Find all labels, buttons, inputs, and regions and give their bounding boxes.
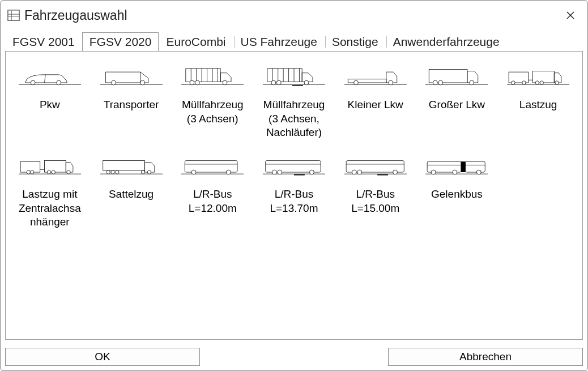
vehicle-icon-truck-center-axle — [16, 149, 84, 183]
svg-point-35 — [304, 80, 309, 85]
vehicle-icon-van — [97, 59, 165, 93]
svg-point-88 — [393, 170, 397, 174]
vehicle-icon-garbage-truck — [178, 59, 246, 93]
ok-button[interactable]: OK — [5, 348, 200, 366]
spacer — [204, 348, 384, 366]
svg-point-13 — [140, 80, 144, 85]
tab-bar: FGSV 2001 FGSV 2020 EuroCombi US Fahrzeu… — [1, 32, 587, 51]
svg-point-75 — [227, 170, 231, 174]
vehicle-icon-small-truck — [342, 59, 410, 93]
vehicle-label: Transporter — [97, 98, 165, 112]
svg-point-40 — [388, 80, 393, 85]
vehicle-label: Müllfahrzeug (3 Achsen) — [178, 98, 246, 126]
svg-point-66 — [106, 170, 110, 174]
svg-point-9 — [57, 80, 61, 85]
svg-point-96 — [453, 170, 457, 174]
vehicle-label: Müllfahrzeug (3 Achsen, Nachläufer) — [260, 98, 328, 140]
svg-point-23 — [195, 80, 200, 85]
vehicle-item-garbage-trailer[interactable]: Müllfahrzeug (3 Achsen, Nachläufer) — [255, 57, 333, 142]
vehicle-item-transporter[interactable]: Transporter — [93, 57, 170, 142]
vehicle-item-pkw[interactable]: Pkw — [11, 57, 88, 142]
vehicle-item-small-truck[interactable]: Kleiner Lkw — [337, 57, 414, 142]
vehicle-icon-bus — [342, 149, 410, 183]
svg-point-68 — [115, 170, 118, 174]
svg-rect-47 — [509, 72, 529, 83]
vehicle-icon-articulated-bus — [423, 149, 491, 183]
svg-point-81 — [309, 170, 314, 174]
vehicle-item-bus-12m[interactable]: L/R-Bus L=12.00m — [174, 147, 251, 232]
svg-point-86 — [352, 170, 356, 174]
vehicle-label: Pkw — [16, 98, 84, 112]
tab-fgsv-2020[interactable]: FGSV 2020 — [82, 32, 159, 51]
tab-fgsv-2001[interactable]: FGSV 2001 — [5, 32, 82, 51]
svg-point-22 — [190, 80, 194, 85]
title-bar: Fahrzeugauswahl — [1, 1, 587, 30]
svg-rect-51 — [533, 71, 555, 83]
vehicle-icon-bus — [260, 149, 328, 183]
vehicle-icon-garbage-truck-trailer — [260, 59, 328, 93]
vehicle-icon-bus — [178, 149, 246, 183]
svg-point-12 — [111, 80, 116, 85]
vehicle-list: Pkw Transporter — [5, 51, 583, 340]
vehicle-label: Gelenkbus — [423, 187, 491, 202]
vehicle-grid: Pkw Transporter — [11, 57, 577, 232]
vehicle-item-gelenkbus[interactable]: Gelenkbus — [419, 147, 496, 232]
svg-point-67 — [110, 170, 114, 174]
svg-rect-56 — [20, 161, 40, 172]
svg-point-43 — [433, 80, 438, 85]
app-icon — [7, 9, 20, 22]
close-button[interactable] — [560, 5, 581, 25]
vehicle-item-sattelzug[interactable]: Sattelzug — [93, 147, 170, 232]
svg-point-39 — [353, 80, 358, 85]
vehicle-item-bus-13-7m[interactable]: L/R-Bus L=13.70m — [255, 147, 333, 232]
svg-point-53 — [540, 81, 543, 84]
vehicle-icon-large-truck — [423, 59, 491, 93]
svg-rect-93 — [466, 161, 485, 172]
svg-point-61 — [47, 170, 50, 174]
vehicle-label: Großer Lkw — [423, 98, 491, 112]
vehicle-item-lastzug-zentral[interactable]: Lastzug mit Zentralachsanhänger — [11, 147, 88, 232]
cancel-button[interactable]: Abbrechen — [388, 348, 583, 366]
vehicle-label: L/R-Bus L=13.70m — [260, 187, 328, 215]
tab-anwenderfahrzeuge[interactable]: Anwenderfahrzeuge — [386, 32, 507, 51]
svg-point-57 — [27, 170, 30, 174]
vehicle-item-garbage-3axle[interactable]: Müllfahrzeug (3 Achsen) — [174, 57, 251, 142]
svg-point-45 — [470, 80, 474, 85]
svg-point-62 — [52, 170, 55, 174]
vehicle-item-large-truck[interactable]: Großer Lkw — [419, 57, 496, 142]
svg-point-79 — [272, 170, 276, 174]
tab-eurocombi[interactable]: EuroCombi — [159, 32, 233, 51]
vehicle-icon-truck-trailer — [504, 59, 572, 93]
svg-point-54 — [555, 81, 559, 84]
vehicle-label: L/R-Bus L=15.00m — [342, 187, 410, 215]
vehicle-icon-car — [16, 59, 84, 93]
window-title: Fahrzeugauswahl — [24, 8, 560, 23]
svg-rect-92 — [461, 161, 466, 172]
svg-rect-0 — [8, 10, 19, 20]
svg-rect-60 — [44, 161, 66, 172]
svg-point-95 — [432, 170, 436, 174]
svg-rect-65 — [103, 161, 144, 170]
vehicle-label: Lastzug mit Zentralachsanhänger — [16, 187, 84, 229]
svg-point-8 — [31, 80, 35, 85]
svg-point-48 — [512, 81, 515, 84]
svg-line-7 — [44, 75, 45, 83]
tab-us-fahrzeuge[interactable]: US Fahrzeuge — [233, 32, 325, 51]
svg-point-44 — [438, 80, 443, 85]
vehicle-label: Kleiner Lkw — [342, 98, 410, 112]
vehicle-item-bus-15m[interactable]: L/R-Bus L=15.00m — [337, 147, 414, 232]
svg-point-34 — [276, 80, 281, 85]
svg-point-24 — [223, 80, 227, 85]
content-outer: Pkw Transporter — [1, 51, 587, 344]
svg-point-49 — [522, 81, 526, 84]
vehicle-label: Sattelzug — [97, 187, 165, 202]
tab-sonstige[interactable]: Sonstige — [325, 32, 386, 51]
svg-point-70 — [147, 170, 151, 174]
vehicle-label: Lastzug — [504, 98, 572, 112]
dialog-window: Fahrzeugauswahl FGSV 2001 FGSV 2020 Euro… — [0, 0, 588, 371]
button-row: OK Abbrechen — [1, 344, 587, 370]
vehicle-item-lastzug[interactable]: Lastzug — [500, 57, 577, 142]
svg-point-69 — [141, 170, 144, 174]
svg-point-58 — [30, 170, 33, 174]
vehicle-label: L/R-Bus L=12.00m — [178, 187, 246, 215]
